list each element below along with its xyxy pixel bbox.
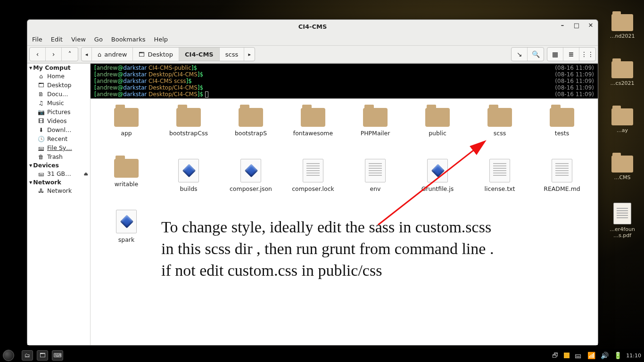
place-icon: ♫ xyxy=(38,100,44,107)
view-list-button[interactable]: ≣ xyxy=(563,48,579,61)
file-item[interactable]: spark xyxy=(95,207,157,258)
sidebar-item[interactable]: 🖧Network xyxy=(27,186,90,195)
toolbar: ‹ › ˄ ◂ ⌂andrew 🗔Desktop CI4-CMS scss ▸ … xyxy=(27,45,598,63)
folder-icon xyxy=(550,108,574,127)
file-item[interactable]: license.txt xyxy=(469,156,531,207)
script-file-icon xyxy=(116,210,137,233)
file-item[interactable]: bootstrapCss xyxy=(157,105,220,156)
sidebar-item[interactable]: 🗑Trash xyxy=(27,152,90,161)
sidebar-item[interactable]: ⌂Home xyxy=(27,72,90,81)
sidebar-item[interactable]: 🖴File Sy… xyxy=(27,143,90,152)
file-item[interactable]: bootstrapS xyxy=(220,105,282,156)
file-item[interactable]: composer.json xyxy=(220,156,282,207)
file-item[interactable]: builds xyxy=(157,156,220,207)
sidebar-section-network[interactable]: ▾ Network xyxy=(27,178,90,186)
place-icon: 🖴 xyxy=(38,171,44,177)
sidebar: ▾ My Comput ⌂Home🗔Desktop🗎Docu…♫Music📷Pi… xyxy=(27,64,91,345)
file-item[interactable]: scss xyxy=(469,105,531,156)
file-item[interactable]: env xyxy=(344,156,406,207)
start-button[interactable] xyxy=(3,350,14,361)
taskbar-app[interactable]: 🗔 xyxy=(37,350,48,361)
tray-disk-icon[interactable]: 🖴 xyxy=(573,351,583,360)
desktop-icon[interactable]: …CMS xyxy=(606,156,639,181)
desktop-icon[interactable]: …er4foun…s.pdf xyxy=(606,203,639,239)
path-scss[interactable]: scss xyxy=(220,48,244,61)
taskbar-clock[interactable]: 11:10 xyxy=(626,353,641,359)
sidebar-item[interactable]: 🗎Docu… xyxy=(27,90,90,99)
tray-notice-icon[interactable] xyxy=(564,353,570,358)
place-icon: 🗔 xyxy=(38,82,44,89)
text-file-icon xyxy=(303,159,323,182)
sidebar-item[interactable]: 🖴31 GB…⏏ xyxy=(27,169,90,178)
minimize-button[interactable]: – xyxy=(558,21,567,29)
close-button[interactable]: ✕ xyxy=(586,21,595,29)
sidebar-item[interactable]: 🗔Desktop xyxy=(27,81,90,90)
desktop-icon[interactable]: …ay xyxy=(606,108,639,133)
taskbar-app[interactable]: 🗂 xyxy=(22,350,33,361)
folder-icon xyxy=(301,108,325,127)
taskbar: 🗂🗔⌨ 🗗 🖴 📶 🔊 🔋 11:10 xyxy=(0,349,644,362)
taskbar-app[interactable]: ⌨ xyxy=(52,350,63,361)
path-scroll-left[interactable]: ◂ xyxy=(82,48,92,61)
file-item[interactable]: PHPMailer xyxy=(344,105,406,156)
sidebar-item[interactable]: ⬇Downl… xyxy=(27,125,90,134)
file-item[interactable]: tests xyxy=(531,105,593,156)
folder-icon xyxy=(176,108,201,127)
file-item[interactable]: Gruntfile.js xyxy=(406,156,469,207)
folder-icon xyxy=(425,108,450,127)
menu-view[interactable]: View xyxy=(71,36,86,43)
folder-icon xyxy=(239,108,263,127)
tray-network-icon[interactable]: 📶 xyxy=(586,351,596,360)
path-desktop[interactable]: 🗔Desktop xyxy=(133,48,179,61)
path-scroll-right[interactable]: ▸ xyxy=(244,48,255,61)
sidebar-section-devices[interactable]: ▾ Devices xyxy=(27,161,90,169)
nav-forward-button[interactable]: › xyxy=(46,48,62,61)
tray-windows-icon[interactable]: 🗗 xyxy=(551,351,560,360)
file-item[interactable]: public xyxy=(406,105,469,156)
sidebar-item[interactable]: ♫Music xyxy=(27,99,90,107)
view-icons-button[interactable]: ▦ xyxy=(547,48,563,61)
folder-icon xyxy=(487,108,512,127)
sidebar-item[interactable]: 🕓Recent xyxy=(27,134,90,143)
sidebar-item[interactable]: 📷Pictures xyxy=(27,107,90,116)
folder-icon xyxy=(611,156,633,173)
menu-go[interactable]: Go xyxy=(94,36,103,43)
nav-back-button[interactable]: ‹ xyxy=(30,48,46,61)
nav-up-button[interactable]: ˄ xyxy=(62,48,78,61)
place-icon: 🕓 xyxy=(38,136,44,142)
file-manager-window: CI4-CMS – □ ✕ File Edit View Go Bookmark… xyxy=(27,19,598,346)
path-home[interactable]: ⌂andrew xyxy=(92,48,133,61)
folder-icon xyxy=(611,61,633,78)
tray-volume-icon[interactable]: 🔊 xyxy=(600,351,609,360)
search-button[interactable]: 🔍 xyxy=(528,48,544,61)
maximize-button[interactable]: □ xyxy=(572,21,581,29)
file-item[interactable]: writable xyxy=(95,156,157,207)
toggle-location-button[interactable]: ↘ xyxy=(512,48,528,61)
place-icon: 🖴 xyxy=(38,145,44,151)
terminal-panel[interactable]: [andrew@darkstar CI4-CMS-public]$ [andre… xyxy=(91,64,598,99)
place-icon: 🗑 xyxy=(38,154,44,160)
menu-bookmarks[interactable]: Bookmarks xyxy=(111,36,146,43)
path-ci4cms[interactable]: CI4-CMS xyxy=(179,48,220,61)
folder-icon xyxy=(611,14,633,31)
file-grid[interactable]: appbootstrapCssbootstrapSfontawesomePHPM… xyxy=(91,99,598,345)
menu-edit[interactable]: Edit xyxy=(51,36,63,43)
file-item[interactable]: README.md xyxy=(531,156,593,207)
tray-battery-icon[interactable]: 🔋 xyxy=(613,351,622,360)
desktop-icon[interactable]: …nd2021 xyxy=(606,14,639,39)
folder-icon xyxy=(363,108,388,127)
file-item[interactable]: fontawesome xyxy=(282,105,344,156)
script-file-icon xyxy=(240,159,261,182)
file-item[interactable]: composer.lock xyxy=(282,156,344,207)
sidebar-section-computer[interactable]: ▾ My Comput xyxy=(27,64,90,72)
folder-icon xyxy=(114,108,139,127)
menu-help[interactable]: Help xyxy=(154,36,168,43)
place-icon: 🗎 xyxy=(38,91,44,98)
view-compact-button[interactable]: ⋮⋮ xyxy=(579,48,595,61)
desktop-icon[interactable]: …cs2021 xyxy=(606,61,639,86)
menu-file[interactable]: File xyxy=(32,36,42,43)
sidebar-item[interactable]: 🎞Videos xyxy=(27,116,90,125)
eject-icon[interactable]: ⏏ xyxy=(84,171,88,176)
file-item[interactable]: app xyxy=(95,105,157,156)
titlebar[interactable]: CI4-CMS – □ ✕ xyxy=(27,20,598,33)
